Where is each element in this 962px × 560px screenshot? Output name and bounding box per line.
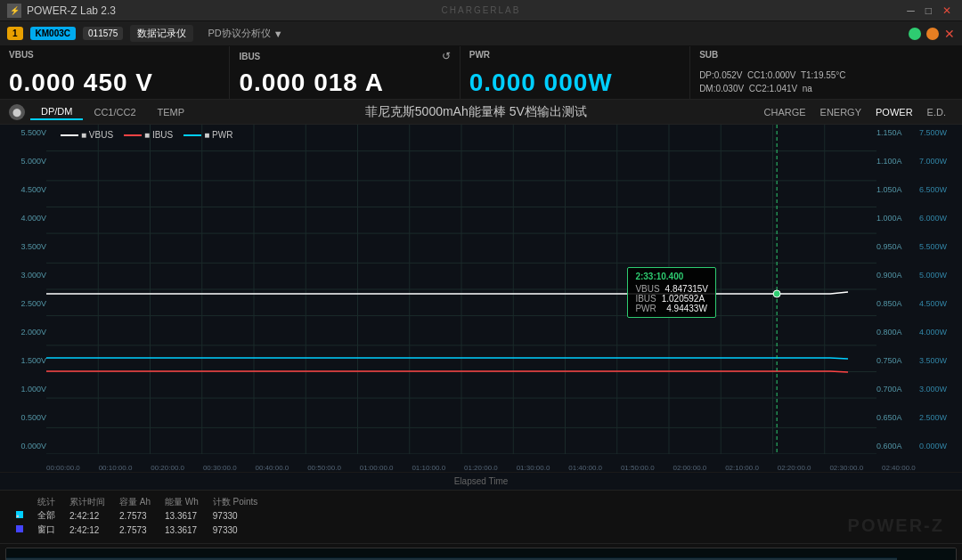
tooltip-ibus-label: IBUS xyxy=(635,294,656,304)
x-tick-9: 01:30:00.0 xyxy=(517,464,550,472)
metric-pwr: PWR 0.000 000W xyxy=(461,46,690,99)
tab-dp-dm[interactable]: DP/DM xyxy=(30,104,83,120)
x-tick-3: 00:30:00.0 xyxy=(203,464,237,472)
y-right-6000w: 6.000W xyxy=(919,214,962,223)
tab-pd-protocol[interactable]: PD协议分析仪 ▼ xyxy=(200,25,289,42)
y-left-3500: 3.500V xyxy=(0,242,46,251)
sub-values: DP:0.052V CC1:0.000V T1:19.55°C DM:0.030… xyxy=(699,69,953,95)
window-controls[interactable]: ─ □ ✕ xyxy=(903,4,955,17)
legend-pwr-color xyxy=(183,134,201,136)
x-tick-16: 02:40:00.0 xyxy=(882,464,916,472)
y-left-4500: 4.500V xyxy=(0,185,46,194)
device-number: 1 xyxy=(7,27,23,40)
y-left-5000: 5.000V xyxy=(0,157,46,166)
tab-energy[interactable]: ENERGY xyxy=(813,105,868,119)
stats-label-window: 窗口 xyxy=(30,523,62,537)
tooltip-pwr-val: 4.94433W xyxy=(666,304,707,313)
y-axis-right-watts: 7.500W 7.000W 6.500W 6.000W 5.500W 5.000… xyxy=(919,125,962,454)
stats-time-window: 2:42:12 xyxy=(62,523,112,537)
stats-energy-all: 13.3617 xyxy=(158,508,206,523)
stats-col-points: 计数 Points xyxy=(206,496,265,508)
x-tick-0: 00:00:00.0 xyxy=(46,464,80,472)
stats-col-capacity: 容量 Ah xyxy=(112,496,158,508)
tab-data-recorder[interactable]: 数据记录仪 xyxy=(130,25,193,42)
tooltip-pwr-label: PWR xyxy=(635,304,661,313)
timeline-row[interactable]: 00:00:00 00:20:00 00:40:00 01:00:00 01:2… xyxy=(0,543,962,560)
legend-ibus-color xyxy=(124,134,142,136)
app-icon: ⚡ xyxy=(7,4,21,18)
timeline-svg xyxy=(6,548,956,560)
chart-control-tabs: CHARGE ENERGY POWER E.D. xyxy=(757,105,954,119)
y-right-1050: 1.050A xyxy=(876,185,919,194)
y-left-0000: 0.000V xyxy=(0,442,46,450)
stats-table: 统计 累计时间 容量 Ah 能量 Wh 计数 Points ▪ 全部 2:42:… xyxy=(9,496,265,537)
y-right-6500w: 6.500W xyxy=(919,185,962,194)
chargerlab-logo: CHARGERLAB xyxy=(442,5,521,15)
y-left-5500: 5.500V xyxy=(0,128,46,137)
chart-svg xyxy=(46,125,876,454)
tab-ed[interactable]: E.D. xyxy=(920,105,953,119)
close-button[interactable]: ✕ xyxy=(939,4,955,17)
tooltip-vbus-label: VBUS xyxy=(635,284,659,294)
y-right-1000: 1.000A xyxy=(876,214,919,223)
tooltip-ibus-val: 1.020592A xyxy=(662,294,705,304)
legend-vbus: ■ VBUS xyxy=(61,130,113,140)
tab-power[interactable]: POWER xyxy=(868,105,920,119)
y-right-0000w: 0.000W xyxy=(919,442,962,450)
x-tick-5: 00:50:00.0 xyxy=(307,464,341,472)
chart-canvas: ■ VBUS ■ IBUS ■ PWR xyxy=(46,125,876,454)
tab-temp[interactable]: TEMP xyxy=(147,105,196,119)
y-right-1150: 1.150A xyxy=(876,128,919,137)
stats-col-label: 统计 xyxy=(30,496,62,508)
power-z-watermark: POWER-Z xyxy=(848,515,944,536)
y-right-1100: 1.100A xyxy=(876,157,919,166)
stats-indicator-all: ▪ xyxy=(9,508,30,523)
y-left-2500: 2.500V xyxy=(0,299,46,308)
tooltip-vbus-val: 4.847315V xyxy=(665,284,708,294)
legend-pwr-label: ■ PWR xyxy=(204,130,232,140)
tooltip-vbus-row: VBUS 4.847315V xyxy=(635,284,708,294)
dropdown-arrow-icon: ▼ xyxy=(273,28,283,39)
tooltip-time: 2:33:10.400 xyxy=(635,272,708,281)
vbus-value: 0.000 450 V xyxy=(9,70,220,95)
pwr-value: 0.000 000W xyxy=(469,70,681,95)
device-id: 011575 xyxy=(83,27,123,40)
x-tick-7: 01:10:00.0 xyxy=(412,464,445,472)
chart-tab-icon: ⬤ xyxy=(9,104,25,120)
vbus-line xyxy=(46,292,848,294)
stats-row-window: ▪ 窗口 2:42:12 2.7573 13.3617 97330 xyxy=(9,523,265,537)
stats-points-all: 97330 xyxy=(206,508,265,523)
legend-vbus-color xyxy=(61,134,78,136)
sub-line-2: DM:0.030V CC2:1.041V na xyxy=(699,82,953,95)
vbus-cursor-dot xyxy=(773,290,780,297)
x-tick-13: 02:10:00.0 xyxy=(725,464,759,472)
y-left-2000: 2.000V xyxy=(0,328,46,337)
y-left-1000: 1.000V xyxy=(0,385,46,394)
y-left-4000: 4.000V xyxy=(0,214,46,223)
header-close-button[interactable]: ✕ xyxy=(944,27,955,41)
x-tick-10: 01:40:00.0 xyxy=(568,464,602,472)
tooltip-pwr-row: PWR 4.94433W xyxy=(635,304,708,313)
stats-points-window: 97330 xyxy=(206,523,265,537)
x-tick-15: 02:30:00.0 xyxy=(829,464,863,472)
sub-line-1: DP:0.052V CC1:0.000V T1:19.55°C xyxy=(699,69,953,82)
titlebar-left: ⚡ POWER-Z Lab 2.3 xyxy=(7,4,116,18)
y-axis-right-amps: 1.150A 1.100A 1.050A 1.000A 0.950A 0.900… xyxy=(876,125,919,454)
x-tick-8: 01:20:00.0 xyxy=(464,464,498,472)
legend-ibus-label: ■ IBUS xyxy=(144,130,173,140)
tab-cc1-cc2[interactable]: CC1/CC2 xyxy=(83,105,146,119)
y-right-4000w: 4.000W xyxy=(919,328,962,337)
y-right-5000w: 5.000W xyxy=(919,271,962,280)
y-right-0650: 0.650A xyxy=(876,413,919,422)
x-axis-labels: 00:00:00.0 00:10:00.0 00:20:00.0 00:30:0… xyxy=(0,454,962,472)
minimize-button[interactable]: ─ xyxy=(903,4,918,17)
ibus-value: 0.000 018 A xyxy=(239,70,450,95)
x-tick-1: 00:10:00.0 xyxy=(99,464,133,472)
maximize-button[interactable]: □ xyxy=(922,4,935,17)
stats-label-all: 全部 xyxy=(30,508,62,523)
metric-ibus: IBUS ↺ 0.000 018 A xyxy=(230,46,460,99)
tabs-row: ⬤ DP/DM CC1/CC2 TEMP 菲尼克斯5000mAh能量棒 5V档输… xyxy=(0,100,962,125)
tab-charge[interactable]: CHARGE xyxy=(757,105,813,119)
timeline-inner[interactable]: 00:00:00 00:20:00 00:40:00 01:00:00 01:2… xyxy=(5,548,957,560)
chart-title: 菲尼克斯5000mAh能量棒 5V档输出测试 xyxy=(195,104,756,120)
